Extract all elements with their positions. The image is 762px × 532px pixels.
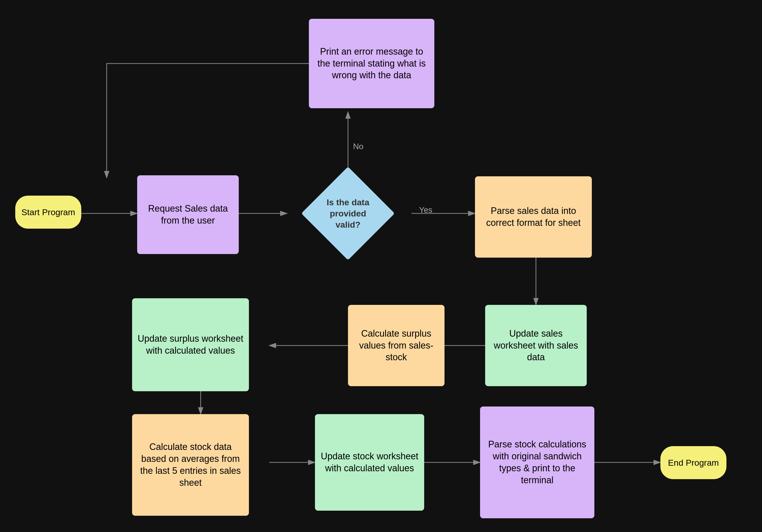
start-node: Start Program bbox=[15, 195, 81, 229]
update-sales-ws-node: Update sales worksheet with sales data bbox=[485, 305, 587, 386]
calc-stock-node: Calculate stock data based on averages f… bbox=[132, 414, 249, 516]
end-node: End Program bbox=[660, 446, 726, 479]
decision-node: Is the data provided valid? bbox=[287, 165, 409, 262]
request-sales-node: Request Sales data from the user bbox=[137, 175, 239, 254]
parse-sales-node: Parse sales data into correct format for… bbox=[475, 176, 592, 258]
update-stock-ws-node: Update stock worksheet with calculated v… bbox=[315, 414, 424, 511]
yes-label: Yes bbox=[419, 205, 432, 215]
calc-surplus-node: Calculate surplus values from sales-stoc… bbox=[348, 305, 444, 386]
parse-stock-node: Parse stock calculations with original s… bbox=[480, 407, 594, 518]
update-surplus-ws-node: Update surplus worksheet with calculated… bbox=[132, 298, 249, 391]
error-message-node: Print an error message to the terminal s… bbox=[309, 19, 434, 108]
no-label: No bbox=[353, 142, 363, 151]
